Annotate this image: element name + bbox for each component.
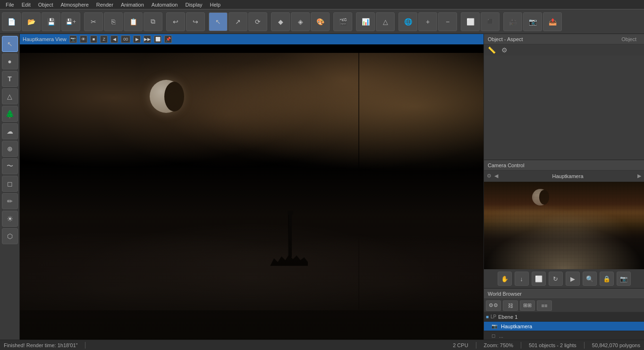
chart-button[interactable]: 📊 xyxy=(356,12,375,31)
wb-hauptkamera-label: Hauptkamera xyxy=(501,324,532,329)
object-header-label: Object xyxy=(621,36,640,42)
viewport-nav1-btn[interactable]: ◀ xyxy=(110,35,118,43)
camera-prev-btn[interactable]: ⚙ xyxy=(487,173,491,179)
select-button[interactable]: ↖ xyxy=(209,12,228,31)
sun-tool[interactable]: ☀ xyxy=(2,211,18,227)
wb-grid-btn[interactable]: ⊞⊞ xyxy=(520,300,535,311)
viewport-timing-btn[interactable]: 00 xyxy=(121,35,130,43)
ruler-tab[interactable]: 📏 xyxy=(488,46,496,54)
status-sep2 xyxy=(476,342,476,349)
zoom-in-button[interactable]: + xyxy=(418,12,437,31)
text-tool[interactable]: T xyxy=(2,71,18,87)
paste-button[interactable]: 📋 xyxy=(124,12,143,31)
world-browser-toolbar: ⚙⚙ ⛓ ⊞⊞ ≡≡ xyxy=(484,299,644,312)
menu-animation[interactable]: Animation xyxy=(117,1,148,9)
viewport-z-btn[interactable]: Z xyxy=(100,35,108,43)
viewport-cam1-btn[interactable]: 📷 xyxy=(69,35,77,43)
wave-tool[interactable]: 〜 xyxy=(2,158,18,174)
object-aspect-header: Object - Aspect Object xyxy=(484,34,644,44)
cam-lock-btn[interactable]: 🔒 xyxy=(600,272,614,286)
render2-button[interactable]: 📷 xyxy=(523,12,542,31)
camera-controls-row: ✋ ↓ ⬜ ↻ ▶ 🔍 🔒 📷 xyxy=(484,269,644,288)
camera-next-btn[interactable]: ▶ xyxy=(637,173,641,179)
viewport-cam2-btn[interactable]: 👁 xyxy=(80,35,87,43)
undo-button[interactable]: ↩ xyxy=(166,12,185,31)
move-select-button[interactable]: ↗ xyxy=(229,12,247,31)
tower-silhouette xyxy=(289,214,292,257)
box-tool[interactable]: ◻ xyxy=(2,176,18,192)
color-button[interactable]: 🎨 xyxy=(311,12,330,31)
copy-button[interactable]: ⎘ xyxy=(104,12,123,31)
redo-button[interactable]: ↪ xyxy=(186,12,205,31)
viewport-canvas[interactable] xyxy=(20,44,483,340)
save-as-button[interactable]: 💾+ xyxy=(61,12,80,31)
cam-camera-btn[interactable]: 📷 xyxy=(617,272,631,286)
viewport-view-opts-btn[interactable]: ■ xyxy=(90,35,97,43)
open-button[interactable]: 📂 xyxy=(22,12,41,31)
camera-control-title: Camera Control xyxy=(488,162,525,168)
wb-row-item3[interactable]: ◻ ... xyxy=(484,331,644,340)
wb-chain-btn[interactable]: ⛓ xyxy=(503,300,518,311)
brush-tool[interactable]: ✏ xyxy=(2,193,18,209)
viewport-nav3-btn[interactable]: ▶▶ xyxy=(144,35,151,43)
menu-atmosphere[interactable]: Atmosphere xyxy=(57,1,93,9)
menu-help[interactable]: Help xyxy=(206,1,225,9)
zoom-out-button[interactable]: − xyxy=(438,12,457,31)
new-button[interactable]: 📄 xyxy=(2,12,21,31)
safe-frame-button[interactable]: ⬛ xyxy=(481,12,500,31)
menu-bar: File Edit Object Atmosphere Render Anima… xyxy=(0,0,644,9)
menu-object[interactable]: Object xyxy=(34,1,57,9)
select-shape-tool[interactable]: ⬡ xyxy=(2,228,18,244)
wb-row-ebene1[interactable]: ■ LP Ebene 1 xyxy=(484,312,644,322)
material-button[interactable]: ◆ xyxy=(271,12,290,31)
right-panel: Object - Aspect Object 📏 ⚙ Camera Contro… xyxy=(483,34,644,340)
viewport-expand-btn[interactable]: ⬜ xyxy=(154,35,161,43)
status-sep1 xyxy=(85,342,85,349)
shader-button[interactable]: ◈ xyxy=(291,12,310,31)
frame-button[interactable]: ⬜ xyxy=(461,12,480,31)
menu-automation[interactable]: Automation xyxy=(148,1,182,9)
duplicate-button[interactable]: ⧉ xyxy=(144,12,162,31)
cloud-tool[interactable]: ☁ xyxy=(2,123,18,139)
object-settings-tab[interactable]: ⚙ xyxy=(501,46,508,54)
cam-rotate-btn[interactable]: ↻ xyxy=(549,272,563,286)
planet-tool[interactable]: ⊕ xyxy=(2,141,18,157)
cut-button[interactable]: ✂ xyxy=(84,12,103,31)
cam-down-btn[interactable]: ↓ xyxy=(515,272,529,286)
menu-edit[interactable]: Edit xyxy=(18,1,34,9)
camera-control-section: Camera Control ⚙ ◀ Hauptkamera ▶ xyxy=(484,160,644,289)
world-browser-header: World Browser xyxy=(484,289,644,299)
wb-row-hauptkamera[interactable]: 📷 Hauptkamera xyxy=(484,322,644,331)
viewport-nav2-btn[interactable]: ▶ xyxy=(133,35,141,43)
object-aspect-title: Object - Aspect xyxy=(488,36,523,42)
cam-play-btn[interactable]: ▶ xyxy=(566,272,580,286)
render-button[interactable]: 🎥 xyxy=(503,12,522,31)
wb-bars-btn[interactable]: ≡≡ xyxy=(537,300,552,311)
settings-button[interactable]: 📤 xyxy=(543,12,562,31)
mountain-layer xyxy=(20,162,483,340)
world-browser-content[interactable]: ■ LP Ebene 1 📷 Hauptkamera ◻ ... xyxy=(484,312,644,340)
wb-ebene1-cam-icon: LP xyxy=(491,314,496,319)
sphere-tool[interactable]: ● xyxy=(2,53,18,69)
object-tabs-area: 📏 ⚙ xyxy=(484,44,644,56)
cam-zoom-btn[interactable]: 🔍 xyxy=(583,272,597,286)
globe-button[interactable]: 🌐 xyxy=(398,12,417,31)
menu-render[interactable]: Render xyxy=(93,1,117,9)
cam-frame-btn[interactable]: ⬜ xyxy=(532,272,546,286)
objects-status: 501 objects - 2 lights xyxy=(529,342,576,348)
wb-link-btn[interactable]: ⚙⚙ xyxy=(486,300,501,311)
save-button[interactable]: 💾 xyxy=(42,12,60,31)
status-sep3 xyxy=(521,342,521,349)
world-browser-section: World Browser ⚙⚙ ⛓ ⊞⊞ ≡≡ ■ LP Ebene 1 📷 … xyxy=(484,289,644,340)
menu-display[interactable]: Display xyxy=(181,1,206,9)
cam-hand-btn[interactable]: ✋ xyxy=(498,272,512,286)
camera-back-btn[interactable]: ◀ xyxy=(494,173,498,179)
tree-tool[interactable]: 🌲 xyxy=(2,106,18,122)
video-button[interactable]: 🎬 xyxy=(333,12,352,31)
viewport-pin-btn[interactable]: 📌 xyxy=(164,35,172,43)
pointer-tool[interactable]: ↖ xyxy=(2,36,18,52)
menu-file[interactable]: File xyxy=(2,1,18,9)
terrain-button[interactable]: △ xyxy=(376,12,395,31)
transform-button[interactable]: ⟳ xyxy=(248,12,267,31)
terrain-tool[interactable]: △ xyxy=(2,88,18,104)
